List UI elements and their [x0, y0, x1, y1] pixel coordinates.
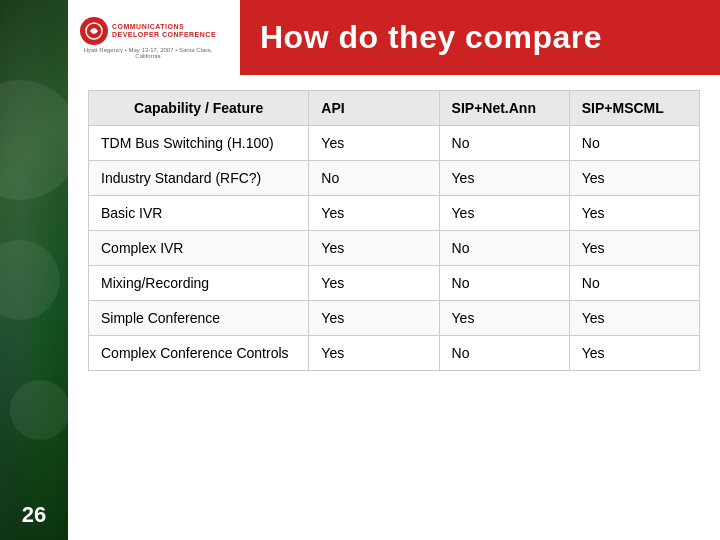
col-header-feature: Capability / Feature: [89, 91, 309, 126]
title-area: How do they compare: [240, 0, 720, 75]
comparison-table: Capability / Feature API SIP+Net.Ann SIP…: [88, 90, 700, 371]
table-row: Simple ConferenceYesYesYes: [89, 301, 700, 336]
logo-text-block: COMMUNICATIONSDEVELOPER CONFERENCE: [112, 23, 216, 38]
cell-3-sipmscml: Yes: [569, 231, 699, 266]
col-header-api: API: [309, 91, 439, 126]
table-row: Complex IVRYesNoYes: [89, 231, 700, 266]
cell-3-api: Yes: [309, 231, 439, 266]
cell-3-feature: Complex IVR: [89, 231, 309, 266]
slide-number: 26: [0, 502, 68, 528]
cell-4-api: Yes: [309, 266, 439, 301]
cell-4-feature: Mixing/Recording: [89, 266, 309, 301]
logo-icon: [80, 17, 108, 45]
table-row: Industry Standard (RFC?)NoYesYes: [89, 161, 700, 196]
cell-0-api: Yes: [309, 126, 439, 161]
cell-1-api: No: [309, 161, 439, 196]
cell-6-sipmscml: Yes: [569, 336, 699, 371]
cell-1-sipnetann: Yes: [439, 161, 569, 196]
table-header-row: Capability / Feature API SIP+Net.Ann SIP…: [89, 91, 700, 126]
cell-5-feature: Simple Conference: [89, 301, 309, 336]
logo-area: COMMUNICATIONSDEVELOPER CONFERENCE Hyatt…: [68, 0, 228, 75]
col-header-sipmscml: SIP+MSCML: [569, 91, 699, 126]
cell-3-sipnetann: No: [439, 231, 569, 266]
main-content: Capability / Feature API SIP+Net.Ann SIP…: [68, 75, 720, 540]
cell-5-sipmscml: Yes: [569, 301, 699, 336]
cell-0-sipnetann: No: [439, 126, 569, 161]
cell-0-feature: TDM Bus Switching (H.100): [89, 126, 309, 161]
cell-4-sipmscml: No: [569, 266, 699, 301]
col-header-sipnetann: SIP+Net.Ann: [439, 91, 569, 126]
cell-0-sipmscml: No: [569, 126, 699, 161]
cell-2-api: Yes: [309, 196, 439, 231]
table-row: Mixing/RecordingYesNoNo: [89, 266, 700, 301]
cell-6-feature: Complex Conference Controls: [89, 336, 309, 371]
logo-inner: COMMUNICATIONSDEVELOPER CONFERENCE Hyatt…: [74, 17, 222, 59]
left-sidebar: 26: [0, 0, 68, 540]
cell-5-sipnetann: Yes: [439, 301, 569, 336]
table-row: TDM Bus Switching (H.100)YesNoNo: [89, 126, 700, 161]
cell-4-sipnetann: No: [439, 266, 569, 301]
logo-conference: Hyatt Regency • May 13-17, 2007 • Santa …: [74, 47, 222, 59]
logo-top: COMMUNICATIONSDEVELOPER CONFERENCE: [80, 17, 216, 45]
logo-main-text: COMMUNICATIONSDEVELOPER CONFERENCE: [112, 23, 216, 38]
cell-1-sipmscml: Yes: [569, 161, 699, 196]
cell-5-api: Yes: [309, 301, 439, 336]
cell-2-sipmscml: Yes: [569, 196, 699, 231]
table-row: Basic IVRYesYesYes: [89, 196, 700, 231]
cell-6-api: Yes: [309, 336, 439, 371]
cell-1-feature: Industry Standard (RFC?): [89, 161, 309, 196]
page-title: How do they compare: [260, 19, 602, 56]
table-row: Complex Conference ControlsYesNoYes: [89, 336, 700, 371]
cell-2-feature: Basic IVR: [89, 196, 309, 231]
cell-2-sipnetann: Yes: [439, 196, 569, 231]
cell-6-sipnetann: No: [439, 336, 569, 371]
